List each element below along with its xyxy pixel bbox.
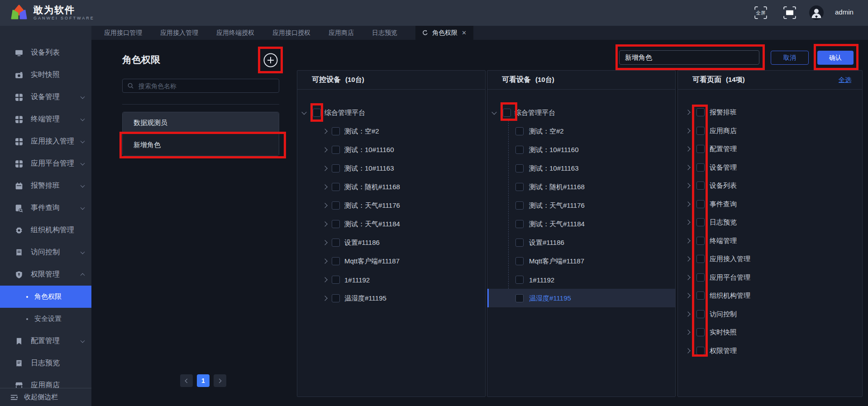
- prev-page-button[interactable]: [180, 374, 193, 387]
- tree-row[interactable]: 温湿度#11195: [297, 289, 485, 307]
- new-role-name-input[interactable]: [619, 50, 759, 65]
- checkbox[interactable]: [696, 273, 705, 282]
- tree-row[interactable]: 权限管理: [678, 342, 862, 360]
- chevron-right-icon[interactable]: [322, 166, 327, 171]
- chevron-right-icon[interactable]: [322, 277, 327, 282]
- checkbox[interactable]: [503, 109, 511, 117]
- tree-row[interactable]: 测试：天气#11184: [297, 215, 485, 233]
- screenshot-icon[interactable]: [783, 6, 796, 19]
- tab[interactable]: 应用商店: [329, 26, 354, 40]
- sidebar-item[interactable]: 访问控制: [0, 241, 91, 263]
- chevron-down-icon[interactable]: [491, 110, 496, 115]
- tab[interactable]: 应用接入管理: [160, 26, 198, 40]
- cancel-button[interactable]: 取消: [771, 51, 809, 65]
- select-all-link[interactable]: 全选: [839, 76, 851, 84]
- checkbox[interactable]: [696, 108, 705, 116]
- confirm-button[interactable]: 确认: [817, 51, 854, 65]
- tree-row[interactable]: 报警排班: [678, 103, 862, 122]
- chevron-right-icon[interactable]: [685, 110, 690, 115]
- checkbox[interactable]: [332, 201, 340, 210]
- tree-row[interactable]: Mqtt客户端#11187: [297, 252, 485, 270]
- chevron-right-icon[interactable]: [685, 201, 690, 206]
- tree-row[interactable]: 综合管理平台: [487, 103, 675, 122]
- checkbox[interactable]: [696, 237, 705, 245]
- chevron-right-icon[interactable]: [685, 238, 690, 243]
- chevron-right-icon[interactable]: [685, 348, 690, 353]
- sidebar-item[interactable]: 设备列表: [0, 42, 91, 64]
- tree-row[interactable]: Mqtt客户端#11187: [487, 252, 675, 270]
- checkbox[interactable]: [696, 145, 705, 153]
- sidebar-item[interactable]: 安全设置: [0, 308, 91, 330]
- checkbox[interactable]: [515, 146, 524, 154]
- collapse-sidebar-button[interactable]: 收起侧边栏: [0, 388, 91, 406]
- checkbox[interactable]: [515, 257, 524, 265]
- checkbox[interactable]: [515, 220, 524, 228]
- tree-row[interactable]: 1#11192: [487, 270, 675, 289]
- tree-row[interactable]: 组织机构管理: [678, 287, 862, 305]
- chevron-right-icon[interactable]: [322, 129, 327, 134]
- current-page-button[interactable]: 1: [197, 374, 210, 387]
- checkbox[interactable]: [332, 257, 340, 265]
- chevron-right-icon[interactable]: [685, 275, 690, 280]
- close-icon[interactable]: ✕: [462, 29, 467, 36]
- sidebar-item[interactable]: 配置管理: [0, 330, 91, 352]
- tree-row[interactable]: 事件查询: [678, 195, 862, 214]
- next-page-button[interactable]: [214, 374, 226, 387]
- tree-row[interactable]: 应用商店: [678, 122, 862, 140]
- tree-row[interactable]: 测试：空#2: [297, 122, 485, 140]
- tree-row[interactable]: 测试：天气#11176: [297, 196, 485, 215]
- sidebar-item[interactable]: 权限管理: [0, 263, 91, 286]
- sidebar-item[interactable]: 实时快照: [0, 64, 91, 86]
- tab[interactable]: 应用接口授权: [272, 26, 310, 40]
- checkbox[interactable]: [696, 200, 705, 208]
- checkbox[interactable]: [696, 127, 705, 135]
- checkbox[interactable]: [515, 276, 524, 284]
- role-list-item[interactable]: 数据观测员: [123, 112, 279, 134]
- chevron-right-icon[interactable]: [685, 147, 690, 152]
- tab-role-permissions-active[interactable]: 角色权限 ✕: [415, 26, 473, 40]
- chevron-down-icon[interactable]: [301, 110, 306, 115]
- tree-row[interactable]: 设置#11186: [297, 233, 485, 252]
- fullscreen-icon[interactable]: 全屏: [754, 6, 768, 19]
- role-search-input[interactable]: [138, 82, 274, 90]
- sidebar-item[interactable]: 事件查询: [0, 197, 91, 219]
- tree-row[interactable]: 测试：10#11160: [487, 140, 675, 159]
- sidebar-item[interactable]: 组织机构管理: [0, 219, 91, 241]
- tree-row[interactable]: 测试：空#2: [487, 122, 675, 140]
- tree-row[interactable]: 测试：随机#11168: [297, 177, 485, 196]
- tree-row[interactable]: 应用平台管理: [678, 268, 862, 287]
- tree-row[interactable]: 综合管理平台: [297, 103, 485, 122]
- tree-row[interactable]: 日志预览: [678, 213, 862, 232]
- refresh-icon[interactable]: [422, 30, 428, 36]
- tree-row[interactable]: 测试：10#11163: [487, 159, 675, 177]
- chevron-right-icon[interactable]: [322, 240, 327, 245]
- checkbox[interactable]: [515, 164, 524, 172]
- checkbox[interactable]: [332, 220, 340, 228]
- username[interactable]: admin: [835, 8, 854, 16]
- sidebar-item[interactable]: 终端管理: [0, 108, 91, 130]
- checkbox[interactable]: [515, 201, 524, 210]
- checkbox[interactable]: [696, 328, 705, 336]
- chevron-right-icon[interactable]: [685, 293, 690, 298]
- tree-row[interactable]: 设备列表: [678, 177, 862, 195]
- chevron-right-icon[interactable]: [685, 183, 690, 188]
- sidebar-item[interactable]: 报警排班: [0, 175, 91, 197]
- checkbox[interactable]: [515, 294, 524, 302]
- tree-row[interactable]: 配置管理: [678, 140, 862, 158]
- checkbox[interactable]: [515, 239, 524, 247]
- checkbox[interactable]: [313, 109, 321, 117]
- checkbox[interactable]: [332, 276, 340, 284]
- tab[interactable]: 应用终端授权: [216, 26, 254, 40]
- chevron-right-icon[interactable]: [322, 296, 327, 301]
- tree-row[interactable]: 测试：随机#11168: [487, 177, 675, 196]
- checkbox[interactable]: [696, 347, 705, 355]
- checkbox[interactable]: [332, 183, 340, 191]
- chevron-right-icon[interactable]: [322, 203, 327, 208]
- tree-row[interactable]: 测试：天气#11184: [487, 215, 675, 233]
- checkbox[interactable]: [696, 218, 705, 226]
- tree-row[interactable]: 温湿度#11195: [487, 289, 675, 307]
- tree-row[interactable]: 1#11192: [297, 270, 485, 289]
- sidebar-item[interactable]: 角色权限: [0, 286, 91, 308]
- checkbox[interactable]: [332, 294, 340, 302]
- chevron-right-icon[interactable]: [322, 184, 327, 189]
